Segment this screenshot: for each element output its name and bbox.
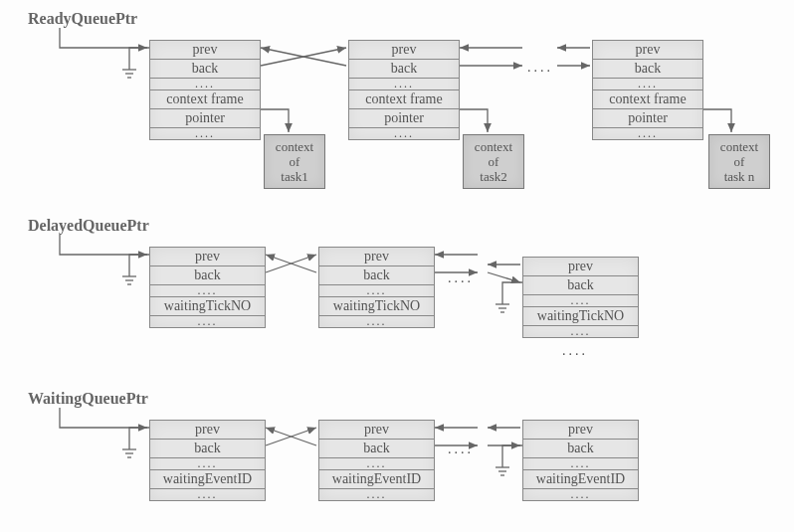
prev-field: prev [523, 258, 638, 276]
ready-node-1: prev back .... context frame pointer ...… [149, 40, 261, 140]
dots: .... [319, 285, 434, 297]
dots: .... [319, 458, 434, 470]
dots: .... [150, 79, 260, 90]
svg-line-24 [266, 428, 316, 445]
ellipsis: .... [448, 442, 474, 457]
delayed-node-2: prev back .... waitingTickNO .... [318, 247, 435, 328]
dots: .... [523, 458, 638, 470]
svg-line-13 [266, 255, 316, 272]
ready-node-n: prev back .... context frame pointer ...… [592, 40, 703, 140]
prev-field: prev [150, 421, 265, 440]
prev-field: prev [150, 248, 265, 266]
prev-field: prev [349, 41, 459, 60]
context-frame-label: context frame [593, 90, 702, 109]
dots: .... [593, 79, 702, 90]
svg-line-16 [488, 272, 520, 282]
waiting-node-1: prev back .... waitingEventID .... [149, 420, 266, 501]
dots: .... [150, 316, 265, 327]
waiting-node-n: prev back .... waitingEventID .... [522, 420, 639, 501]
prev-field: prev [319, 421, 434, 440]
context-frame-label: context frame [349, 90, 459, 109]
dots: .... [523, 295, 638, 307]
prev-field: prev [150, 41, 260, 60]
dots: .... [150, 489, 265, 500]
ellipsis: .... [527, 60, 553, 76]
delayed-queue-title: DelayedQueuePtr [28, 217, 149, 235]
svg-line-4 [261, 48, 346, 66]
dots: .... [150, 128, 260, 139]
ready-node-2: prev back .... context frame pointer ...… [348, 40, 460, 140]
ellipsis: .... [448, 270, 474, 286]
dots: .... [349, 79, 459, 90]
context-box-2: contextoftask2 [463, 134, 524, 189]
waiting-queue-title: WaitingQueuePtr [28, 390, 148, 408]
dots: .... [523, 326, 638, 337]
delayed-node-n: prev back .... waitingTickNO .... [522, 257, 639, 338]
dots: .... [523, 489, 638, 500]
dots: .... [593, 128, 702, 139]
delayed-node-1: prev back .... waitingTickNO .... [149, 247, 266, 328]
prev-field: prev [523, 421, 638, 440]
svg-line-12 [266, 255, 316, 272]
dots: .... [150, 285, 265, 297]
dots: .... [319, 489, 434, 500]
ellipsis: .... [562, 343, 588, 359]
ready-queue-title: ReadyQueuePtr [28, 10, 137, 28]
dots: .... [349, 128, 459, 139]
prev-field: prev [319, 248, 434, 266]
dots: .... [319, 316, 434, 327]
svg-line-3 [261, 48, 346, 66]
context-frame-label: context frame [150, 90, 260, 109]
context-box-n: contextoftask n [708, 134, 770, 189]
waiting-node-2: prev back .... waitingEventID .... [318, 420, 435, 501]
svg-line-25 [266, 428, 316, 445]
prev-field: prev [593, 41, 702, 60]
dots: .... [150, 458, 265, 470]
context-box-1: contextoftask1 [264, 134, 325, 189]
